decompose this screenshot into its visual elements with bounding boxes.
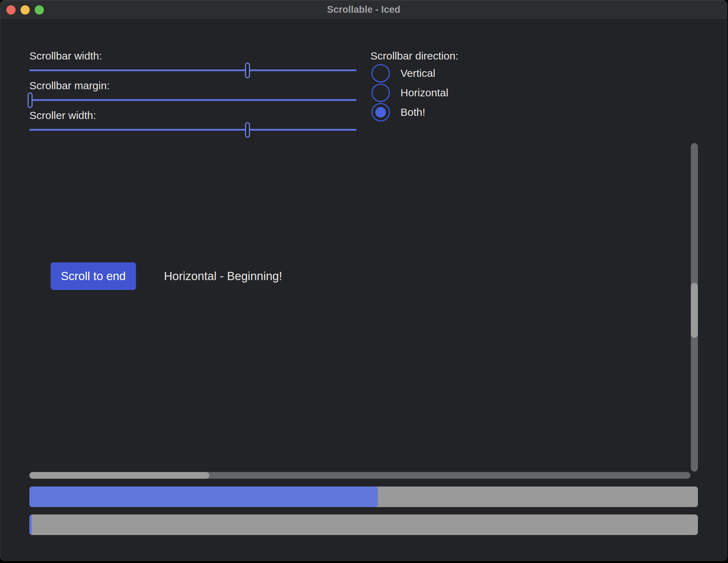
radio-option-vertical[interactable]: Vertical: [371, 64, 435, 83]
vertical-scrollbar[interactable]: [691, 143, 698, 472]
slider-rail: [29, 99, 357, 101]
horizontal-scrollbar[interactable]: [29, 472, 690, 479]
scrollbar-margin-slider[interactable]: [29, 92, 357, 108]
radio-circle-icon: [371, 103, 390, 121]
slider-handle[interactable]: [28, 92, 33, 108]
radio-label: Vertical: [400, 67, 435, 79]
radio-label: Both!: [400, 106, 425, 118]
progress-fill: [29, 514, 32, 535]
scrollbar-width-label: Scrollbar width:: [29, 50, 102, 62]
title-bar: Scrollable - Iced: [0, 0, 727, 19]
horizontal-scroller-thumb[interactable]: [29, 472, 209, 479]
scrollbar-margin-label: Scrollbar margin:: [29, 79, 110, 92]
scrollbar-width-slider[interactable]: [29, 63, 357, 78]
radio-label: Horizontal: [400, 87, 448, 99]
horizontal-progress-bar: [29, 487, 698, 507]
progress-fill: [29, 487, 378, 507]
radio-option-both[interactable]: Both!: [371, 103, 425, 121]
scroller-width-slider[interactable]: [29, 122, 357, 138]
radio-option-horizontal[interactable]: Horizontal: [371, 84, 448, 102]
window-title: Scrollable - Iced: [0, 0, 727, 19]
slider-rail: [29, 69, 357, 71]
radio-circle-icon: [371, 84, 390, 102]
scrollbar-direction-label: Scrollbar direction:: [370, 50, 458, 62]
vertical-progress-bar: [29, 514, 698, 535]
scroll-status-text: Horizontal - Beginning!: [164, 262, 282, 290]
slider-rail: [29, 129, 357, 131]
slider-handle[interactable]: [245, 122, 250, 138]
scroller-width-label: Scroller width:: [29, 109, 96, 122]
scroll-to-end-button[interactable]: Scroll to end: [51, 262, 136, 290]
slider-handle[interactable]: [245, 63, 250, 78]
app-window: Scrollable - Iced Scrollbar width: Scrol…: [0, 0, 727, 561]
vertical-scroller-thumb[interactable]: [691, 283, 698, 338]
radio-circle-icon: [371, 64, 390, 83]
